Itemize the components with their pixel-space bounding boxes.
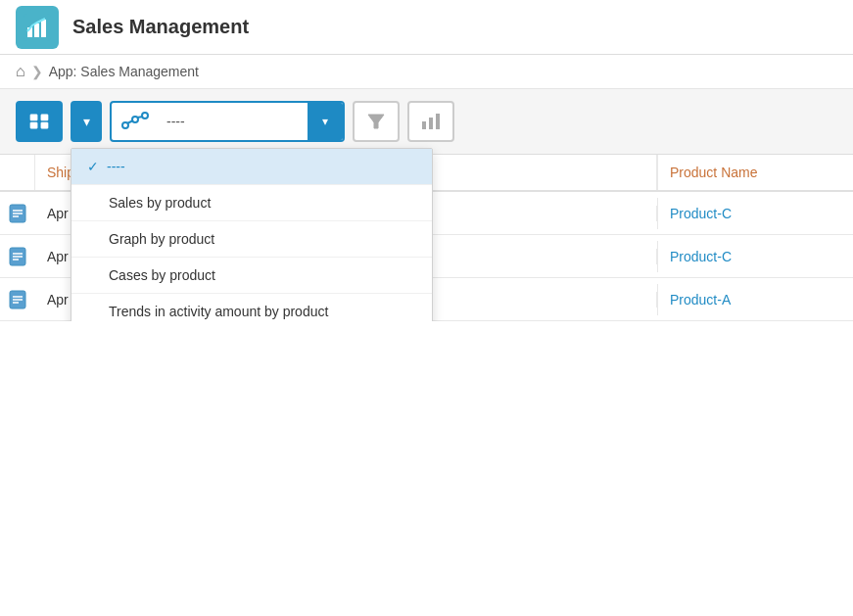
chevron-down-icon: ▾ [83, 114, 90, 129]
dropdown-item-cases-by-product[interactable]: Cases by product [71, 258, 432, 294]
dropdown-item-graph-by-product[interactable]: Graph by product [71, 221, 432, 258]
row-doc-icon [0, 204, 35, 223]
app-title: Sales Management [72, 16, 249, 38]
dropdown-arrow-icon: ▾ [308, 103, 343, 140]
app-header: Sales Management [0, 0, 853, 55]
check-icon: ✓ [87, 159, 99, 174]
chart-button[interactable] [407, 101, 454, 142]
th-product-name: Product Name [657, 155, 853, 190]
trend-icon-area [112, 112, 163, 131]
row-doc-icon [0, 247, 35, 266]
dropdown-menu: ✓ ---- Sales by product Graph by product… [71, 148, 433, 321]
home-icon[interactable]: ⌂ [16, 63, 25, 80]
dropdown-item-trends-activity[interactable]: Trends in activity amount by product [71, 294, 432, 321]
th-icon [0, 155, 35, 190]
svg-rect-6 [30, 122, 37, 128]
breadcrumb: ⌂ ❯ App: Sales Management [0, 55, 853, 89]
grid-view-button[interactable] [16, 101, 63, 142]
dropdown-item-label: Sales by product [109, 195, 211, 211]
svg-rect-5 [41, 115, 48, 120]
breadcrumb-separator: ❯ [31, 64, 43, 79]
svg-rect-7 [41, 122, 48, 128]
td-product-name: Product-C [657, 198, 853, 229]
dropdown-selected-text: ---- [163, 114, 308, 129]
view-dropdown[interactable]: ---- ▾ [110, 101, 345, 142]
td-product-name: Product-A [657, 284, 853, 315]
td-product-name: Product-C [657, 241, 853, 272]
dropdown-item-sales-by-product[interactable]: Sales by product [71, 185, 432, 221]
toolbar: ▾ ---- ▾ ✓ -- [0, 89, 853, 155]
svg-rect-15 [429, 118, 433, 129]
svg-point-10 [142, 113, 148, 118]
dropdown-item-label: ---- [107, 159, 125, 174]
breadcrumb-text: App: Sales Management [49, 64, 199, 79]
svg-rect-2 [34, 24, 39, 37]
svg-rect-4 [30, 115, 37, 120]
grid-dropdown-button[interactable]: ▾ [71, 101, 102, 142]
svg-line-12 [137, 117, 143, 118]
svg-rect-16 [436, 114, 440, 129]
filter-button[interactable] [353, 101, 400, 142]
svg-line-11 [127, 120, 133, 123]
svg-rect-3 [41, 20, 46, 37]
svg-rect-14 [422, 121, 426, 129]
row-doc-icon [0, 290, 35, 309]
dropdown-item-label: Cases by product [109, 267, 215, 283]
app-icon [16, 6, 59, 49]
dropdown-item-label: Trends in activity amount by product [109, 304, 328, 319]
svg-marker-13 [368, 115, 384, 128]
dropdown-item-blank[interactable]: ✓ ---- [71, 149, 432, 185]
dropdown-item-label: Graph by product [109, 231, 214, 247]
